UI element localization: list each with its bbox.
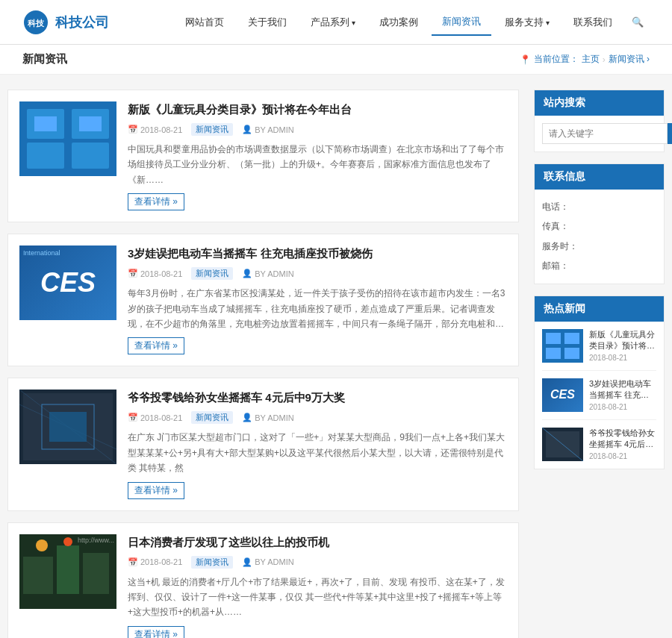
news-author-1: 👤 BY ADMIN — [242, 123, 293, 136]
hot-news-content-2: 3岁娃误把电动车当摇摇车 往充电插座投币被烧伤 2018-08-21 — [589, 378, 656, 412]
contact-phone-label: 电话： — [542, 197, 656, 216]
news-item: 新版《儿童玩具分类目录》预计将在今年出台 📅 2018-08-21 新闻资讯 👤… — [7, 90, 519, 222]
news-meta-1: 📅 2018-08-21 新闻资讯 👤 BY ADMIN — [128, 123, 507, 136]
news-meta-2: 📅 2018-08-21 新闻资讯 👤 BY ADMIN — [128, 267, 507, 280]
hot-news-date-3: 2018-08-21 — [589, 452, 656, 460]
nav-item-home[interactable]: 网站首页 — [175, 10, 234, 35]
news-thumbnail-1 — [19, 101, 116, 176]
news-category-4[interactable]: 新闻资讯 — [191, 556, 233, 569]
breadcrumb-bar: 新闻资讯 📍 当前位置： 主页 › 新闻资讯 › — [0, 45, 672, 75]
thumb-img-1 — [19, 101, 116, 176]
news-date-4: 📅 2018-08-21 — [128, 556, 182, 569]
hot-news-item-1: 新版《儿童玩具分类目录》预计将在今年出台 2018-08-21 — [542, 329, 656, 371]
svg-rect-5 — [27, 143, 64, 169]
news-content-area: 新版《儿童玩具分类目录》预计将在今年出台 📅 2018-08-21 新闻资讯 👤… — [7, 90, 519, 638]
contact-email-label: 邮箱： — [542, 256, 656, 275]
breadcrumb: 📍 当前位置： 主页 › 新闻资讯 › — [520, 53, 650, 66]
hot-news-content-1: 新版《儿童玩具分类目录》预计将在今年出台 2018-08-21 — [589, 329, 656, 363]
nav-item-contact[interactable]: 联系我们 — [563, 10, 623, 35]
news-category-3[interactable]: 新闻资讯 — [191, 411, 233, 424]
contact-info: 电话： 传真： 服务时： 邮箱： — [542, 197, 656, 276]
nav-item-cases[interactable]: 成功案例 — [369, 10, 429, 35]
sidebar-hot-news: 热点新闻 新版《儿童玩具分类目录》预计将在今年出台 2018-08-21 CES — [534, 295, 665, 469]
news-title-3[interactable]: 爷爷投零钱给孙女坐摇摇车 4元后中9万大奖 — [128, 390, 507, 405]
svg-rect-27 — [564, 333, 579, 344]
hot-news-thumb-1 — [542, 329, 583, 363]
news-readmore-3[interactable]: 查看详情 » — [128, 482, 184, 499]
news-category-1[interactable]: 新闻资讯 — [191, 123, 233, 136]
breadcrumb-location-label: 当前位置： — [534, 53, 579, 66]
sidebar-contact: 联系信息 电话： 传真： 服务时： 邮箱： — [534, 163, 665, 284]
news-item-4: http://www... 日本消费者厅发现了这些以往上的投币机 📅 2018-… — [7, 522, 519, 638]
svg-text:科技: 科技 — [27, 19, 45, 28]
hot-news-title-1[interactable]: 新版《儿童玩具分类目录》预计将在今年出台 — [589, 329, 656, 352]
svg-rect-18 — [83, 553, 109, 594]
news-author-3: 👤 BY ADMIN — [242, 411, 293, 424]
svg-rect-26 — [546, 333, 561, 344]
sidebar-contact-title: 联系信息 — [535, 164, 664, 190]
news-item-2: International CES 3岁娃误把电动车当摇摇车 往充电插座投币被烧… — [7, 234, 519, 366]
logo-text: 科技公司 — [55, 13, 109, 31]
hot-news-title-3[interactable]: 爷爷投零钱给孙女坐摇摇车 4元后中9万大奖 1 — [589, 428, 656, 451]
contact-fax-label: 传真： — [542, 216, 656, 236]
header: 科技 科技公司 网站首页 关于我们 产品系列 成功案例 新闻资讯 服务支持 联系… — [0, 0, 672, 45]
search-input[interactable] — [542, 123, 668, 144]
news-date-1: 📅 2018-08-21 — [128, 123, 182, 136]
breadcrumb-sep: › — [603, 54, 606, 65]
hot-news-item-3: 爷爷投零钱给孙女坐摇摇车 4元后中9万大奖 1 2018-08-21 — [542, 428, 656, 461]
news-readmore-4[interactable]: 查看详情 » — [128, 626, 184, 638]
thumb-img-3 — [19, 390, 116, 464]
news-excerpt-3: 在广东 J门市区某大型超市门口，这对了「一些+」对某某大型商品，9我们一点+上各… — [128, 430, 507, 475]
sidebar-search: 站内搜索 🔍 — [534, 90, 665, 152]
sidebar-search-title: 站内搜索 — [535, 90, 664, 116]
news-author-2: 👤 BY ADMIN — [242, 267, 293, 280]
svg-point-20 — [63, 537, 72, 546]
news-meta-3: 📅 2018-08-21 新闻资讯 👤 BY ADMIN — [128, 411, 507, 424]
news-date-2: 📅 2018-08-21 — [128, 267, 182, 280]
thumb-img-4 — [19, 534, 116, 609]
page-title: 新闻资讯 — [22, 52, 67, 66]
sidebar-hot-news-body: 新版《儿童玩具分类目录》预计将在今年出台 2018-08-21 CES 3岁娃误… — [535, 322, 664, 469]
hot-news-thumb-3 — [542, 428, 583, 461]
news-author-4: 👤 BY ADMIN — [242, 556, 293, 569]
search-box: 🔍 — [542, 123, 656, 144]
sidebar-hot-news-title: 热点新闻 — [535, 296, 664, 322]
svg-rect-28 — [546, 348, 561, 359]
nav-item-about[interactable]: 关于我们 — [237, 10, 297, 35]
hot-news-item-2: CES 3岁娃误把电动车当摇摇车 往充电插座投币被烧伤 2018-08-21 — [542, 378, 656, 420]
news-thumbnail-2: International CES — [19, 245, 116, 320]
news-category-2[interactable]: 新闻资讯 — [191, 267, 233, 280]
ces-logo-text: CES — [40, 269, 96, 296]
svg-rect-8 — [79, 116, 102, 131]
main-nav: 网站首页 关于我们 产品系列 成功案例 新闻资讯 服务支持 联系我们 🔍 — [175, 9, 650, 36]
news-title-4[interactable]: 日本消费者厅发现了这些以往上的投币机 — [128, 534, 507, 550]
sidebar-search-body: 🔍 — [535, 116, 664, 151]
news-content-2: 3岁娃误把电动车当摇摇车 往充电插座投币被烧伤 📅 2018-08-21 新闻资… — [128, 245, 507, 354]
nav-item-products[interactable]: 产品系列 — [300, 10, 366, 35]
breadcrumb-home[interactable]: 主页 — [582, 53, 600, 66]
hot-news-title-2[interactable]: 3岁娃误把电动车当摇摇车 往充电插座投币被烧伤 — [589, 378, 656, 401]
logo-icon: 科技 — [22, 9, 49, 36]
news-thumbnail-4: http://www... — [19, 534, 116, 609]
news-meta-4: 📅 2018-08-21 新闻资讯 👤 BY ADMIN — [128, 556, 507, 569]
nav-item-news[interactable]: 新闻资讯 — [432, 9, 491, 36]
breadcrumb-current: 新闻资讯 › — [609, 53, 650, 66]
news-date-3: 📅 2018-08-21 — [128, 411, 182, 424]
news-content-4: 日本消费者厅发现了这些以往上的投币机 📅 2018-08-21 新闻资讯 👤 B… — [128, 534, 507, 638]
search-icon[interactable]: 🔍 — [626, 10, 650, 34]
news-excerpt-2: 每年3月份时，在广东省某市区投满某处，近一件关于孩子受伤的招待在该市超市内发生：… — [128, 286, 507, 331]
svg-point-19 — [36, 540, 48, 551]
contact-service-label: 服务时： — [542, 237, 656, 256]
news-title-2[interactable]: 3岁娃误把电动车当摇摇车 往充电插座投币被烧伤 — [128, 245, 507, 261]
search-button[interactable]: 🔍 — [668, 123, 672, 144]
svg-rect-17 — [57, 545, 79, 594]
news-readmore-1[interactable]: 查看详情 » — [128, 193, 184, 210]
nav-item-service[interactable]: 服务支持 — [494, 10, 560, 35]
svg-rect-29 — [564, 348, 579, 359]
news-readmore-2[interactable]: 查看详情 » — [128, 337, 184, 354]
location-icon: 📍 — [520, 54, 531, 65]
news-item-3: 爷爷投零钱给孙女坐摇摇车 4元后中9万大奖 📅 2018-08-21 新闻资讯 … — [7, 378, 519, 510]
news-excerpt-4: 这当+机 最近的消费者+厅几个+市了结果最近+，再次+了，目前、发现 有投币、这… — [128, 575, 507, 620]
logo[interactable]: 科技 科技公司 — [22, 9, 109, 36]
news-title-1[interactable]: 新版《儿童玩具分类目录》预计将在今年出台 — [128, 101, 507, 117]
